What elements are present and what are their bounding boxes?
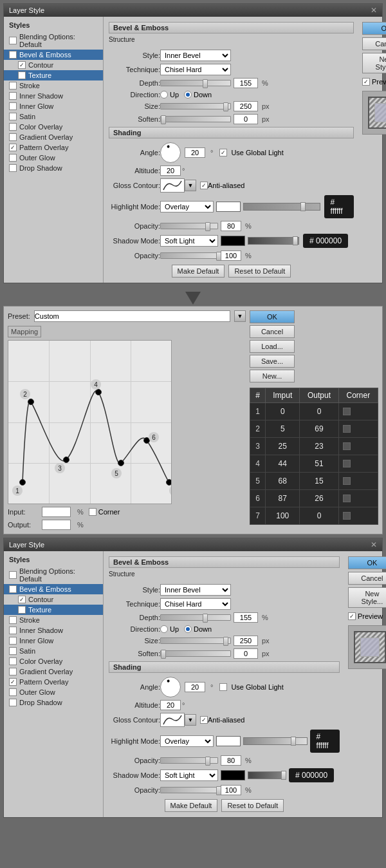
checkbox-stroke[interactable]: [9, 82, 17, 90]
highlight-mode-select-b[interactable]: Overlay: [160, 735, 214, 747]
close-icon-bottom[interactable]: ✕: [371, 540, 377, 549]
corner-checkbox-row[interactable]: Corner: [89, 508, 120, 516]
corner-check-5[interactable]: [343, 477, 351, 485]
use-global-light-checkbox-b[interactable]: [219, 683, 227, 691]
checkbox-satin[interactable]: [9, 113, 17, 120]
sidebar-bottom-drop-shadow[interactable]: Drop Shadow: [4, 697, 103, 708]
shadow-opacity-input-b[interactable]: [221, 785, 241, 795]
sidebar-bottom-pattern-overlay[interactable]: Pattern Overlay: [4, 677, 103, 687]
depth-slider-b[interactable]: [160, 614, 231, 621]
sidebar-item-contour[interactable]: Contour: [4, 60, 103, 70]
sidebar-bottom-stroke[interactable]: Stroke: [4, 615, 103, 625]
sidebar-bottom-contour[interactable]: Contour: [4, 594, 103, 605]
sidebar-bottom-satin[interactable]: Satin: [4, 646, 103, 656]
row-7-corner[interactable]: [338, 507, 378, 525]
row-4-corner[interactable]: [338, 455, 378, 473]
checkbox-b-blending[interactable]: [9, 571, 17, 579]
technique-select[interactable]: Chisel Hard: [160, 64, 231, 75]
shadow-opacity-thumb[interactable]: [293, 236, 298, 245]
direction-down-radio-b[interactable]: Down: [184, 625, 212, 633]
altitude-input-b[interactable]: [160, 700, 181, 710]
shadow-color-swatch-b[interactable]: [221, 770, 245, 780]
sidebar-item-texture[interactable]: Texture: [4, 70, 103, 80]
curve-point-7[interactable]: [166, 479, 172, 486]
checkbox-b-texture[interactable]: [18, 606, 26, 614]
checkbox-blending[interactable]: [9, 37, 17, 44]
radio-up-dot-b[interactable]: [160, 625, 168, 633]
checkbox-b-contour[interactable]: [18, 596, 26, 603]
shadow-opacity-thumb-b[interactable]: [281, 771, 286, 780]
sidebar-item-color-overlay[interactable]: Color Overlay: [4, 122, 103, 132]
curve-point-3[interactable]: [63, 457, 69, 463]
sidebar-item-blending[interactable]: Blending Options: Default: [4, 32, 103, 50]
preview-checkbox-top[interactable]: [362, 78, 370, 86]
size-input-b[interactable]: [234, 636, 258, 646]
load-button-curve[interactable]: Load...: [250, 340, 295, 353]
angle-wheel[interactable]: [160, 142, 181, 163]
size-slider-b[interactable]: [160, 637, 231, 644]
highlight-opacity-slider[interactable]: [160, 223, 218, 229]
radio-down-dot-b[interactable]: [184, 625, 192, 633]
style-select[interactable]: Inner Bevel: [160, 50, 231, 61]
depth-slider[interactable]: [160, 80, 231, 86]
reset-to-default-button-b[interactable]: Reset to Default: [221, 799, 284, 812]
use-global-light-checkbox[interactable]: [219, 149, 227, 156]
new-button-curve[interactable]: New...: [250, 370, 295, 382]
checkbox-pattern-overlay[interactable]: [9, 144, 17, 151]
sidebar-item-satin[interactable]: Satin: [4, 111, 103, 122]
checkbox-texture[interactable]: [18, 71, 26, 79]
anti-aliased-checkbox[interactable]: [200, 182, 208, 189]
checkbox-b-pattern-overlay[interactable]: [9, 678, 17, 686]
ok-button-curve[interactable]: OK: [250, 310, 295, 323]
radio-up-dot[interactable]: [160, 91, 168, 99]
angle-input[interactable]: [185, 147, 205, 158]
checkbox-b-color-overlay[interactable]: [9, 657, 17, 665]
highlight-color-swatch-b[interactable]: [216, 736, 241, 746]
corner-check-2[interactable]: [343, 425, 351, 433]
shadow-color-swatch[interactable]: [221, 236, 245, 246]
new-style-button-bottom[interactable]: New Style...: [348, 587, 386, 608]
checkbox-b-outer-glow[interactable]: [9, 688, 17, 696]
checkbox-b-satin[interactable]: [9, 647, 17, 655]
style-select-b[interactable]: Inner Bevel: [160, 584, 231, 596]
soften-slider-b[interactable]: [160, 650, 231, 657]
ok-button-bottom[interactable]: OK: [348, 556, 386, 569]
depth-input[interactable]: [234, 78, 258, 88]
corner-checkbox-box[interactable]: [89, 508, 96, 516]
corner-check-3[interactable]: [343, 442, 351, 450]
sidebar-bottom-color-overlay[interactable]: Color Overlay: [4, 656, 103, 666]
checkbox-b-drop-shadow[interactable]: [9, 699, 17, 706]
preset-arrow[interactable]: ▼: [234, 310, 246, 322]
highlight-opacity-input[interactable]: [221, 221, 241, 231]
checkbox-gradient-overlay[interactable]: [9, 133, 17, 141]
sidebar-item-gradient-overlay[interactable]: Gradient Overlay: [4, 132, 103, 142]
corner-check-1[interactable]: [343, 408, 351, 415]
checkbox-drop-shadow[interactable]: [9, 164, 17, 172]
close-icon-top[interactable]: ✕: [371, 6, 377, 15]
row-3-corner[interactable]: [338, 438, 378, 455]
sidebar-bottom-bevel[interactable]: Bevel & Emboss: [4, 584, 103, 594]
technique-select-b[interactable]: Chisel Hard: [160, 598, 231, 610]
sidebar-bottom-blending[interactable]: Blending Options: Default: [4, 566, 103, 584]
gloss-contour-box-b[interactable]: [160, 713, 185, 727]
corner-check-6[interactable]: [343, 495, 351, 502]
corner-check-4[interactable]: [343, 460, 351, 467]
sidebar-bottom-inner-shadow[interactable]: Inner Shadow: [4, 625, 103, 636]
radio-down-dot[interactable]: [184, 91, 192, 99]
sidebar-item-inner-glow[interactable]: Inner Glow: [4, 101, 103, 111]
make-default-button[interactable]: Make Default: [172, 265, 225, 278]
direction-up-radio[interactable]: Up: [160, 91, 179, 99]
cancel-button-curve[interactable]: Cancel: [250, 325, 295, 338]
reset-to-default-button[interactable]: Reset to Default: [228, 265, 291, 278]
shadow-mode-select-b[interactable]: Soft Light: [160, 769, 218, 781]
row-5-corner[interactable]: [338, 473, 378, 490]
row-6-corner[interactable]: [338, 490, 378, 507]
shadow-opacity-slider[interactable]: [160, 252, 218, 259]
curve-point-1[interactable]: [19, 479, 26, 486]
output-field[interactable]: [42, 520, 71, 530]
size-input[interactable]: [234, 101, 258, 111]
checkbox-outer-glow[interactable]: [9, 154, 17, 162]
sidebar-item-pattern-overlay[interactable]: Pattern Overlay: [4, 142, 103, 153]
curve-point-2[interactable]: [28, 399, 34, 405]
checkbox-b-inner-shadow[interactable]: [9, 627, 17, 634]
